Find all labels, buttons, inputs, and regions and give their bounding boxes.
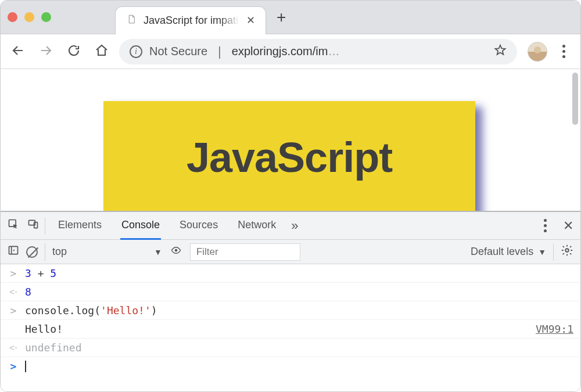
console-prompt-row[interactable]: > (1, 357, 580, 375)
console-line-content: console.log('Hello!') (25, 304, 157, 317)
source-link[interactable]: VM99:1 (536, 323, 573, 335)
url-text: exploringjs.com/im… (232, 45, 487, 58)
output-gutter-icon: <· (8, 287, 19, 297)
svg-point-4 (175, 249, 178, 252)
hero-banner: JavaScript (103, 101, 475, 211)
devtools-panel: Elements Console Sources Network » ✕ top… (1, 211, 580, 392)
browser-tab[interactable]: JavaScript for impatient progra ✕ (115, 6, 266, 34)
prompt-gutter-icon: > (8, 360, 19, 372)
hero-banner-text: JavaScript (187, 134, 392, 181)
execution-context-select[interactable]: top ▼ (52, 246, 162, 258)
window-controls (8, 12, 51, 22)
console-toolbar: top ▼ Default levels ▼ (1, 240, 580, 264)
console-filter-input[interactable] (190, 243, 300, 261)
address-separator: | (214, 44, 225, 59)
devtools-close-button[interactable]: ✕ (563, 218, 573, 233)
console-line-content: undefined (25, 341, 82, 354)
console-line-content: 3 + 5 (25, 267, 56, 279)
page-icon (126, 14, 137, 27)
security-label: Not Secure (149, 45, 207, 58)
dropdown-triangle-icon: ▼ (154, 247, 162, 257)
input-gutter-icon: > (8, 304, 19, 317)
forward-button[interactable] (39, 44, 53, 60)
console-row: >3 + 5 (1, 264, 580, 283)
tab-title: JavaScript for impatient progra (144, 15, 239, 27)
tab-sources[interactable]: Sources (178, 212, 219, 240)
new-tab-button[interactable]: + (277, 9, 286, 26)
console-row: <·8 (1, 283, 580, 301)
output-gutter-icon: <· (8, 343, 19, 353)
console-row: <·undefined (1, 339, 580, 357)
browser-menu-button[interactable] (558, 45, 570, 58)
nav-controls (11, 44, 109, 60)
page-scrollbar[interactable] (571, 71, 579, 164)
tab-close-button[interactable]: ✕ (246, 14, 255, 27)
browser-toolbar: i Not Secure | exploringjs.com/im… (1, 34, 580, 69)
tab-network[interactable]: Network (236, 212, 277, 240)
console-sidebar-toggle-icon[interactable] (8, 244, 19, 259)
back-button[interactable] (11, 44, 25, 60)
address-bar[interactable]: i Not Secure | exploringjs.com/im… (119, 39, 517, 64)
divider (45, 217, 45, 235)
log-levels-select[interactable]: Default levels ▼ (471, 246, 546, 258)
inspect-element-icon[interactable] (8, 218, 19, 233)
context-label: top (52, 246, 67, 258)
text-cursor (25, 361, 26, 372)
console-line-content: 8 (25, 286, 31, 298)
console-settings-icon[interactable] (561, 244, 573, 260)
console-line-content: Hello! (25, 323, 63, 335)
home-button[interactable] (95, 44, 109, 60)
reload-button[interactable] (67, 44, 81, 60)
window-close-button[interactable] (8, 12, 17, 22)
live-expression-icon[interactable] (169, 245, 183, 258)
bookmark-star-icon[interactable] (494, 44, 507, 59)
log-levels-label: Default levels (471, 246, 533, 258)
dropdown-triangle-icon: ▼ (538, 247, 546, 257)
clear-console-icon[interactable] (26, 246, 38, 258)
divider (45, 243, 45, 261)
page-viewport: JavaScript (1, 69, 580, 211)
svg-point-5 (565, 249, 569, 252)
window-zoom-button[interactable] (41, 12, 51, 22)
scrollbar-thumb[interactable] (572, 73, 578, 125)
console-row: Hello!VM99:1 (1, 320, 580, 339)
profile-avatar[interactable] (528, 42, 547, 62)
console-row: >console.log('Hello!') (1, 301, 580, 320)
console-output[interactable]: >3 + 5<·8>console.log('Hello!')Hello!VM9… (1, 264, 580, 392)
devtools-tabs: Elements Console Sources Network (57, 212, 277, 240)
tabs-overflow-icon[interactable]: » (291, 218, 298, 233)
window-title-bar: JavaScript for impatient progra ✕ + (1, 1, 580, 34)
window-minimize-button[interactable] (24, 12, 34, 22)
device-toolbar-icon[interactable] (27, 218, 39, 233)
devtools-tabbar: Elements Console Sources Network » ✕ (1, 212, 580, 240)
tab-console[interactable]: Console (120, 212, 161, 240)
devtools-menu-button[interactable] (539, 219, 551, 232)
tab-elements[interactable]: Elements (57, 212, 103, 240)
input-gutter-icon: > (8, 267, 19, 279)
divider (553, 243, 554, 261)
site-info-icon[interactable]: i (130, 45, 142, 58)
